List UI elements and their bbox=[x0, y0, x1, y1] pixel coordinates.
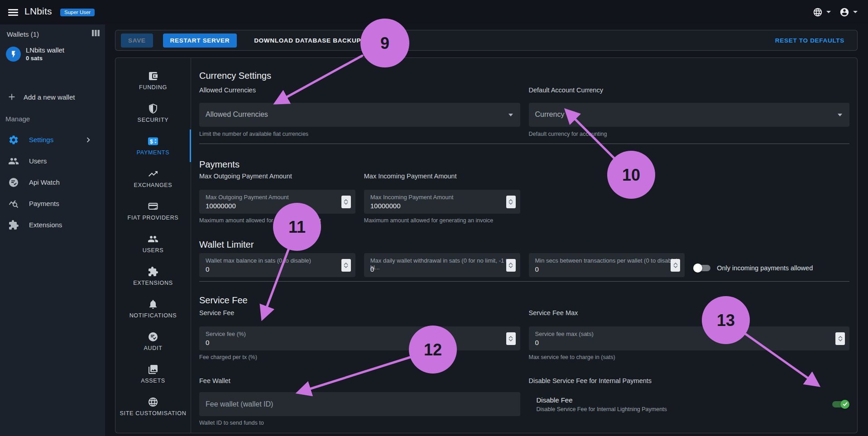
card-check-icon bbox=[148, 201, 158, 212]
sidebar-item-api-watch[interactable]: Api Watch bbox=[0, 172, 105, 193]
reset-to-defaults-button[interactable]: RESET TO DEFAULTS bbox=[768, 34, 852, 48]
number-spinner[interactable] bbox=[506, 259, 516, 272]
max-outgoing-label: Max Outgoing Payment Amount bbox=[199, 172, 355, 180]
dropdown-arrow-icon bbox=[508, 114, 513, 116]
svg-text:$: $ bbox=[150, 139, 153, 145]
number-spinner[interactable] bbox=[341, 259, 351, 272]
max-outgoing-field[interactable]: Max Outgoing Payment Amount bbox=[199, 190, 355, 214]
allowed-currencies-select[interactable]: Allowed Currencies bbox=[199, 103, 520, 127]
download-backup-button[interactable]: DOWNLOAD DATABASE BACKUP bbox=[247, 34, 368, 48]
currency-settings-heading: Currency Settings bbox=[199, 69, 849, 82]
app-header: LNbits Super User bbox=[0, 0, 868, 24]
wallet-item[interactable]: LNbits wallet 0 sats bbox=[0, 44, 105, 69]
fee-wallet-field[interactable] bbox=[199, 392, 520, 416]
service-fee-input[interactable] bbox=[206, 339, 430, 346]
wallet-max-balance-input[interactable] bbox=[206, 265, 315, 273]
daily-withdrawal-field[interactable]: Max daily wallet withdrawal in sats (0 f… bbox=[364, 253, 520, 277]
manage-section-label: Manage bbox=[5, 115, 30, 123]
language-menu-button[interactable] bbox=[810, 5, 834, 20]
fee-wallet-helper: Wallet ID to send funds to bbox=[199, 420, 520, 426]
sidebar-item-extensions[interactable]: Extensions bbox=[0, 215, 105, 236]
number-spinner[interactable] bbox=[835, 332, 845, 345]
users-icon bbox=[8, 156, 19, 168]
tab-extensions[interactable]: EXTENSIONS bbox=[115, 260, 191, 292]
min-secs-field[interactable]: Min secs between transactions per wallet… bbox=[529, 253, 685, 277]
sidebar-item-payments[interactable]: Payments bbox=[0, 193, 105, 215]
plus-icon bbox=[7, 92, 17, 104]
wallet-name: LNbits wallet bbox=[26, 46, 64, 54]
wallet-balance: 0 sats bbox=[26, 55, 43, 62]
shield-icon bbox=[148, 103, 158, 114]
fee-wallet-label: Fee Wallet bbox=[199, 377, 520, 385]
number-spinner[interactable] bbox=[506, 196, 516, 208]
account-icon bbox=[839, 7, 849, 17]
puzzle-icon bbox=[148, 266, 158, 277]
daily-withdrawal-input[interactable] bbox=[370, 265, 480, 273]
max-incoming-helper: Maximum amount allowed for generating an… bbox=[364, 217, 520, 224]
wallet-limiter-heading: Wallet Limiter bbox=[199, 238, 849, 251]
default-account-currency-label: Default Account Currency bbox=[529, 86, 850, 94]
max-incoming-input[interactable] bbox=[370, 202, 480, 210]
chevron-down-icon bbox=[853, 10, 858, 14]
bell-icon bbox=[148, 299, 158, 310]
tab-payments[interactable]: $ PAYMENTS bbox=[115, 129, 191, 162]
account-menu-button[interactable] bbox=[837, 5, 861, 20]
service-fee-label: Service Fee bbox=[199, 309, 520, 317]
number-spinner[interactable] bbox=[341, 196, 351, 208]
users-icon bbox=[148, 234, 158, 244]
globe-icon bbox=[148, 397, 158, 407]
service-fee-max-label: Service Fee Max bbox=[529, 309, 850, 317]
menu-icon[interactable] bbox=[8, 9, 18, 16]
default-currency-select[interactable]: Currency bbox=[529, 103, 850, 127]
only-incoming-label: Only incoming payments allowed bbox=[717, 264, 813, 272]
fee-wallet-input[interactable] bbox=[206, 392, 430, 416]
price-change-icon: $ bbox=[147, 136, 159, 147]
max-incoming-field[interactable]: Max Incoming Payment Amount bbox=[364, 190, 520, 214]
tab-assets[interactable]: ASSETS bbox=[115, 358, 191, 390]
section-divider bbox=[199, 144, 849, 144]
lightning-bolt-icon bbox=[10, 50, 18, 58]
super-user-badge: Super User bbox=[60, 9, 95, 16]
audit-icon bbox=[148, 331, 158, 342]
tab-fiat-providers[interactable]: FIAT PROVIDERS bbox=[115, 195, 191, 227]
query-stats-icon bbox=[8, 198, 19, 211]
settings-card: FUNDING SECURITY $ PAYMENTS EXCHANGES FI… bbox=[115, 57, 858, 433]
section-divider bbox=[199, 281, 849, 282]
tab-exchanges[interactable]: EXCHANGES bbox=[115, 162, 191, 195]
min-secs-input[interactable] bbox=[535, 265, 644, 273]
default-currency-helper: Default currency for accounting bbox=[529, 131, 850, 138]
tab-users[interactable]: USERS bbox=[115, 227, 191, 260]
globe-icon bbox=[813, 7, 823, 17]
sidebar-item-settings[interactable]: Settings bbox=[0, 129, 105, 151]
columns-icon[interactable] bbox=[92, 30, 100, 38]
settings-tabs: FUNDING SECURITY $ PAYMENTS EXCHANGES FI… bbox=[115, 58, 191, 433]
tab-security[interactable]: SECURITY bbox=[115, 97, 191, 129]
wallet-max-balance-field[interactable]: Wallet max balance in sats (0 to disable… bbox=[199, 253, 355, 277]
service-fee-max-field[interactable]: Service fee max (sats) bbox=[529, 326, 850, 350]
number-spinner[interactable] bbox=[671, 259, 680, 272]
service-fee-heading: Service Fee bbox=[199, 294, 849, 307]
only-incoming-toggle[interactable] bbox=[693, 264, 711, 273]
number-spinner[interactable] bbox=[506, 332, 516, 345]
tab-notifications[interactable]: NOTIFICATIONS bbox=[115, 292, 191, 325]
photo-library-icon bbox=[148, 364, 158, 375]
max-outgoing-input[interactable] bbox=[206, 202, 315, 210]
api-watch-icon bbox=[8, 177, 19, 190]
tab-audit[interactable]: AUDIT bbox=[115, 325, 191, 358]
dropdown-arrow-icon bbox=[838, 114, 842, 116]
chevron-right-icon bbox=[83, 135, 93, 147]
restart-server-button[interactable]: RESTART SERVER bbox=[163, 34, 237, 48]
chevron-down-icon bbox=[826, 10, 831, 14]
service-fee-field[interactable]: Service fee (%) bbox=[199, 326, 520, 350]
puzzle-icon bbox=[8, 220, 19, 232]
disable-fee-toggle[interactable] bbox=[831, 400, 849, 409]
lnbits-admin-page: LNbits Super User Wal bbox=[0, 0, 868, 436]
service-fee-max-input[interactable] bbox=[535, 339, 760, 346]
disable-fee-title: Disable Fee bbox=[537, 396, 667, 405]
tab-funding[interactable]: FUNDING bbox=[115, 64, 191, 97]
sidebar-item-users[interactable]: Users bbox=[0, 151, 105, 172]
add-wallet-button[interactable]: Add a new wallet bbox=[0, 89, 105, 105]
tab-site-customisation[interactable]: SITE CUSTOMISATION bbox=[115, 390, 191, 423]
allowed-currencies-helper: Limit the number of available fiat curre… bbox=[199, 131, 520, 138]
save-button[interactable]: SAVE bbox=[121, 34, 153, 48]
